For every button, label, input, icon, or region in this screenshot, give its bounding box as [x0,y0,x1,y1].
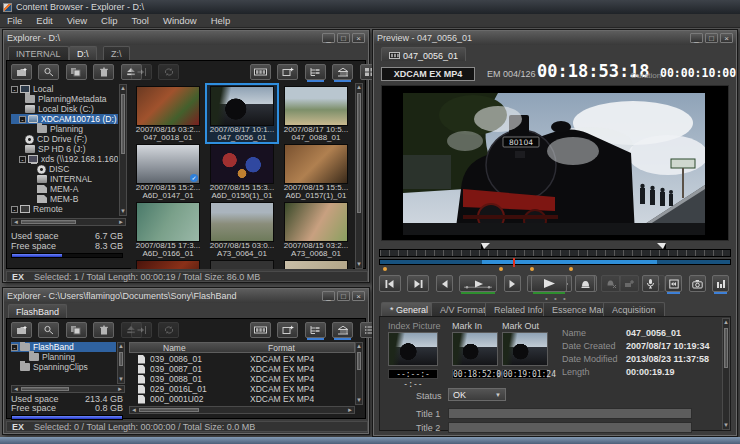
tab-internal[interactable]: INTERNAL [8,46,69,60]
tree-item-disc[interactable]: DISC [11,164,118,174]
clip-cell[interactable]: 2007/08/15 17:3...A6D_0166_01 [133,201,203,258]
menu-file[interactable]: File [0,15,29,26]
minimize-icon[interactable]: _ [690,33,703,43]
list-horizontal-scrollbar[interactable]: ◄► [129,406,355,414]
tree-item-planningmetadata[interactable]: PlanningMetadata [11,94,118,104]
collapse-icon[interactable]: - [19,156,26,163]
new-folder-button[interactable] [11,64,32,80]
delete-button[interactable] [93,322,114,338]
essence-mark-dot[interactable] [569,267,573,271]
tree-item-mem-a[interactable]: MEM-A [11,184,118,194]
tree-item-internal[interactable]: INTERNAL [11,174,118,184]
import-button[interactable] [131,322,152,338]
shuttle-control[interactable] [459,275,497,292]
new-folder-button[interactable] [11,322,32,338]
tree-horizontal-scrollbar[interactable]: ◄► [11,385,125,393]
essence-mark-dot[interactable] [383,267,387,271]
file-row[interactable]: 000_0001U02XDCAM EX MP4 [129,394,347,404]
explorer-bottom-titlebar[interactable]: Explorer - C:\Users\flamingo\Documents\S… [4,289,368,303]
maximize-icon[interactable]: □ [337,33,350,43]
copy-all-button[interactable] [66,322,87,338]
filmstrip-view-button[interactable] [250,64,271,80]
tree-item-cd-drive-f[interactable]: CD Drive (F:) [11,134,118,144]
playhead[interactable] [513,258,515,267]
refresh-button[interactable] [158,322,179,338]
copy-all-button[interactable] [66,64,87,80]
app-titlebar[interactable]: Content Browser - Explorer - D:\ [0,0,740,14]
clip-cell[interactable]: 2007/08/15 15:5...A6D_0157(1)_01 [281,143,351,200]
search-button[interactable] [38,322,59,338]
menu-edit[interactable]: Edit [29,15,59,26]
delete-button[interactable] [93,64,114,80]
preview-titlebar[interactable]: Preview - 047_0056_01 _ □ × [374,31,736,45]
close-icon[interactable]: × [352,291,365,301]
library-pane-toggle-button[interactable] [332,322,353,338]
tree-item-planning[interactable]: Planning [11,352,116,362]
open-new-window-button[interactable] [277,322,298,338]
tree-vertical-scrollbar[interactable]: ▲▼ [119,84,127,216]
tree-item-local-disk-c[interactable]: Local Disk (C:) [11,104,118,114]
add-to-storyboard-button[interactable] [619,275,639,292]
title2-input[interactable] [448,422,692,433]
tree-pane-toggle-button[interactable] [305,322,326,338]
add-essence-mark-button[interactable] [575,275,595,292]
clip-cell[interactable]: 2007/08/15 03:0...A73_0064_01 [207,201,277,258]
step-backward-button[interactable] [436,275,453,292]
tree-item-spanningclips[interactable]: SpanningClips [11,362,116,372]
refresh-button[interactable] [158,64,179,80]
menu-window[interactable]: Window [156,15,204,26]
metadata-vertical-scrollbar[interactable]: ▲▼ [722,318,730,430]
tree-item-xds-network[interactable]: -xds (\\192.168.1.160) [11,154,118,164]
list-vertical-scrollbar[interactable]: ▲▼ [355,342,363,405]
loop-playback-button[interactable] [665,275,682,292]
capture-still-button[interactable] [689,275,706,292]
close-icon[interactable]: × [352,33,365,43]
grid-vertical-scrollbar[interactable]: ▲▼ [355,83,363,269]
tree-item-remote[interactable]: -Remote [11,204,118,214]
clip-cell[interactable]: 2007/08/15 15:3...A6D_0150(1)_01 [207,143,277,200]
clip-cell[interactable]: 2007/08/17 10:5...047_0088_01 [281,85,351,142]
tab-related-info[interactable]: Related Info [485,302,552,316]
status-dropdown[interactable]: OK ▼ [448,388,506,401]
explorer-top-titlebar[interactable]: Explorer - D:\ _ □ × [4,31,368,45]
tree-item-sp-hd-6-j[interactable]: SP HD 6 (J:) [11,144,118,154]
tree-item-flashband[interactable]: -FlashBand [11,342,116,352]
tab-general[interactable]: * General [381,302,437,316]
menu-help[interactable]: Help [204,15,238,26]
title1-input[interactable] [448,408,692,419]
minimize-icon[interactable]: _ [322,33,335,43]
audio-monitor-button[interactable] [642,275,659,292]
menu-clip[interactable]: Clip [94,15,124,26]
clip-cell[interactable]: ✓2007/08/15 15:2...A6D_0147_01 [133,143,203,200]
seek-bar[interactable] [379,259,731,265]
library-pane-toggle-button[interactable] [332,64,353,80]
clip-cell[interactable] [207,259,277,269]
column-format[interactable]: Format [268,343,295,353]
clip-cell[interactable]: 2007/08/15 03:2...A73_0068_01 [281,201,351,258]
clip-cell[interactable] [133,259,203,269]
tab-d-drive[interactable]: D:\ [69,46,97,60]
maximize-icon[interactable]: □ [705,33,718,43]
tree-horizontal-scrollbar[interactable]: ◄► [11,218,126,226]
timeline-ruler[interactable] [379,249,731,257]
collapse-icon[interactable]: - [11,344,18,351]
tab-flashband[interactable]: FlashBand [8,304,67,318]
clip-tab[interactable]: 047_0056_01 [381,47,466,61]
file-row[interactable]: 039_0087_01XDCAM EX MP4 [129,364,347,374]
audio-level-meter-button[interactable] [712,275,729,292]
clip-cell-selected[interactable]: 2007/08/17 10:1...047_0056_01 [207,85,277,142]
tree-item-mem-b[interactable]: MEM-B [11,194,118,204]
menu-tool[interactable]: Tool [124,15,155,26]
clip-cell[interactable]: 2007/08/16 03:2...047_0018_01 [133,85,203,142]
essence-mark-dot[interactable] [530,267,534,271]
filmstrip-view-button[interactable] [250,322,271,338]
maximize-icon[interactable]: □ [337,291,350,301]
file-row[interactable]: 039_0086_01XDCAM EX MP4 [129,354,347,364]
previous-clip-button[interactable] [379,275,401,292]
collapse-icon[interactable]: - [11,86,18,93]
open-new-window-button[interactable] [277,64,298,80]
close-icon[interactable]: × [720,33,733,43]
tree-vertical-scrollbar[interactable]: ▲▼ [117,342,125,384]
tab-acquisition[interactable]: Acquisition [603,302,665,316]
file-row[interactable]: 029_0016L_01XDCAM EX MP4 [129,384,347,394]
